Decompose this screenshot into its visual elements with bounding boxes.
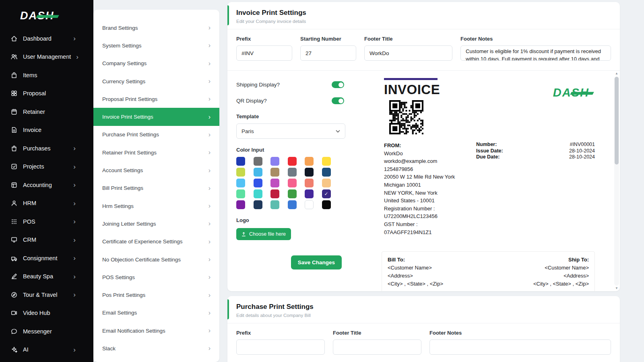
sidebar-item-label: Messenger bbox=[23, 328, 52, 335]
color-swatch[interactable] bbox=[236, 157, 245, 166]
color-swatch[interactable] bbox=[254, 189, 262, 198]
scrollbar-up-arrow[interactable]: ▲ bbox=[614, 72, 619, 76]
sidebar-item-beauty-spa[interactable]: Beauty Spa› bbox=[0, 267, 93, 286]
projects-icon bbox=[10, 163, 18, 170]
color-swatch[interactable] bbox=[288, 168, 297, 177]
settings-menu-item-system-settings[interactable]: System Settings› bbox=[93, 37, 219, 54]
settings-menu-item-proposal-print-settings[interactable]: Proposal Print Settings› bbox=[93, 90, 219, 108]
sidebar-item-crm[interactable]: CRM› bbox=[0, 231, 93, 249]
app-logo[interactable]: DASH bbox=[0, 6, 93, 29]
color-swatch[interactable] bbox=[236, 179, 245, 187]
settings-menu-item-purchase-print-settings[interactable]: Purchase Print Settings› bbox=[93, 126, 219, 144]
chevron-right-icon: › bbox=[208, 42, 211, 49]
color-swatch[interactable] bbox=[254, 200, 262, 209]
color-swatch[interactable] bbox=[322, 157, 331, 166]
color-swatch[interactable] bbox=[305, 189, 314, 198]
sidebar-item-accounting[interactable]: Accounting› bbox=[0, 176, 93, 194]
color-swatch[interactable] bbox=[254, 157, 262, 166]
footer-notes-input[interactable]: Customer is eligible for 1% discount if … bbox=[460, 45, 611, 61]
address-line: <City> , <State> , <Zip> bbox=[388, 280, 443, 288]
settings-menu-item-no-objection-certificate-settings[interactable]: No Objection Certificate Settings› bbox=[93, 251, 219, 268]
settings-menu-item-account-settings[interactable]: Account Settings› bbox=[93, 161, 219, 179]
color-swatch[interactable] bbox=[236, 168, 245, 177]
footer-title-input[interactable] bbox=[364, 45, 452, 61]
main-content: Invoice Print Settings Edit your Company… bbox=[219, 0, 644, 362]
meta-value: #INV00001 bbox=[570, 142, 595, 148]
color-swatch[interactable] bbox=[254, 168, 262, 177]
color-swatch[interactable] bbox=[270, 200, 279, 209]
shipping-display-toggle[interactable] bbox=[332, 81, 344, 88]
scrollbar-thumb[interactable] bbox=[615, 77, 619, 165]
color-swatch[interactable] bbox=[305, 200, 314, 209]
sidebar-item-messenger[interactable]: Messenger bbox=[0, 322, 93, 341]
purchase-prefix-input[interactable] bbox=[236, 339, 325, 355]
retainer-icon bbox=[10, 108, 18, 115]
sidebar-item-hrm[interactable]: HRM› bbox=[0, 194, 93, 213]
settings-menu-item-invoice-print-settings[interactable]: Invoice Print Settings› bbox=[93, 108, 219, 125]
settings-menu-item-pos-print-settings[interactable]: Pos Print Settings› bbox=[93, 286, 219, 304]
settings-menu-item-company-settings[interactable]: Company Settings› bbox=[93, 55, 219, 72]
purchase-footer-title-input[interactable] bbox=[333, 339, 421, 355]
settings-menu-item-certificate-of-experience-settings[interactable]: Certificate of Experience Settings› bbox=[93, 233, 219, 251]
travel-icon bbox=[10, 291, 18, 298]
color-swatch[interactable] bbox=[288, 189, 297, 198]
chevron-right-icon: › bbox=[208, 95, 211, 103]
sidebar-item-retainer[interactable]: Retainer bbox=[0, 103, 93, 121]
prefix-input[interactable] bbox=[236, 45, 292, 61]
settings-menu-item-hrm-settings[interactable]: Hrm Settings› bbox=[93, 197, 219, 215]
color-swatch[interactable] bbox=[270, 179, 279, 187]
settings-menu-item-retainer-print-settings[interactable]: Retainer Print Settings› bbox=[93, 144, 219, 161]
sidebar-item-label: Beauty Spa bbox=[23, 273, 53, 280]
color-swatch[interactable] bbox=[305, 168, 314, 177]
sidebar-item-consignment[interactable]: Consignment› bbox=[0, 249, 93, 267]
color-swatch[interactable] bbox=[322, 200, 331, 209]
sidebar-item-purchases[interactable]: Purchases› bbox=[0, 139, 93, 158]
color-swatch[interactable] bbox=[236, 189, 245, 198]
template-select[interactable]: Paris bbox=[236, 123, 345, 139]
sidebar-item-dashboard[interactable]: Dashboard› bbox=[0, 29, 93, 48]
sidebar-item-proposal[interactable]: Proposal bbox=[0, 84, 93, 103]
sidebar-item-ai[interactable]: AI› bbox=[0, 341, 93, 359]
color-swatch[interactable] bbox=[288, 179, 297, 187]
sidebar-item-pos[interactable]: POS› bbox=[0, 212, 93, 231]
sidebar-item-video-hub[interactable]: Video Hub bbox=[0, 304, 93, 323]
save-changes-button[interactable]: Save Changes bbox=[291, 255, 342, 269]
sidebar-item-tour-travel[interactable]: Tour & Travel› bbox=[0, 286, 93, 304]
color-swatch[interactable] bbox=[270, 168, 279, 177]
choose-file-button[interactable]: Choose file here bbox=[236, 228, 291, 240]
sidebar-item-projects[interactable]: Projects› bbox=[0, 158, 93, 176]
color-swatch[interactable] bbox=[236, 200, 245, 209]
settings-menu-item-brand-settings[interactable]: Brand Settings› bbox=[93, 19, 219, 37]
sidebar-item-invoice[interactable]: Invoice bbox=[0, 121, 93, 140]
starting-number-input[interactable] bbox=[300, 45, 356, 61]
settings-menu-item-currency-settings[interactable]: Currency Settings› bbox=[93, 72, 219, 90]
color-swatch-selected[interactable]: ✓ bbox=[322, 189, 331, 198]
chevron-right-icon: › bbox=[208, 131, 211, 138]
purchase-print-settings-card: Purchase Print Settings Edit details abo… bbox=[227, 296, 620, 362]
sidebar-item-items[interactable]: Items bbox=[0, 66, 93, 84]
scrollbar-down-arrow[interactable]: ▼ bbox=[614, 286, 619, 290]
color-swatch[interactable] bbox=[305, 179, 314, 187]
color-swatch[interactable] bbox=[305, 157, 314, 166]
color-swatch[interactable] bbox=[270, 189, 279, 198]
qr-display-toggle[interactable] bbox=[332, 97, 344, 104]
sidebar-item-user-management[interactable]: User Management› bbox=[0, 48, 93, 66]
settings-menu-item-joining-letter-settings[interactable]: Joining Letter Settings› bbox=[93, 215, 219, 232]
color-swatch[interactable] bbox=[322, 168, 331, 177]
settings-menu-item-email-notification-settings[interactable]: Email Notification Settings› bbox=[93, 322, 219, 339]
page-title: Invoice Print Settings bbox=[236, 9, 611, 17]
settings-menu-item-pos-settings[interactable]: POS Settings› bbox=[93, 268, 219, 286]
chevron-right-icon: › bbox=[208, 292, 211, 299]
color-swatch[interactable] bbox=[322, 179, 331, 187]
color-swatch[interactable] bbox=[288, 157, 297, 166]
color-swatch[interactable] bbox=[270, 157, 279, 166]
settings-menu-item-bill-print-settings[interactable]: Bill Print Settings› bbox=[93, 179, 219, 197]
chevron-right-icon: › bbox=[73, 163, 76, 170]
invoice-print-settings-card: Invoice Print Settings Edit your Company… bbox=[227, 2, 620, 291]
color-swatch[interactable] bbox=[288, 200, 297, 209]
settings-menu-item-email-settings[interactable]: Email Settings› bbox=[93, 304, 219, 322]
settings-menu-item-slack[interactable]: Slack› bbox=[93, 339, 219, 357]
proposal-icon bbox=[10, 90, 18, 97]
color-swatch[interactable] bbox=[254, 179, 262, 187]
purchase-footer-notes-input[interactable] bbox=[429, 339, 611, 355]
